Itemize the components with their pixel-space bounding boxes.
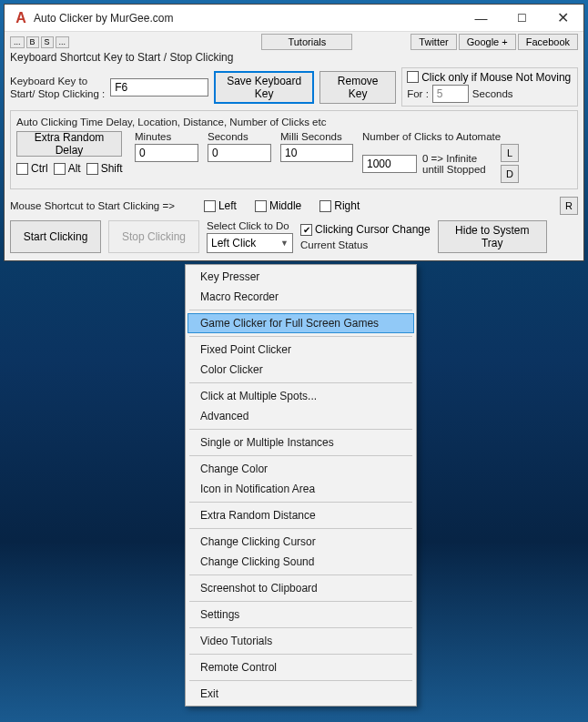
context-menu-item[interactable]: Icon in Notification Area xyxy=(188,479,414,499)
context-menu-item[interactable]: Settings xyxy=(188,605,414,625)
for-label: For : xyxy=(407,88,429,99)
context-menu-item[interactable]: Video Tutorials xyxy=(188,631,414,651)
context-menu-item[interactable]: Key Presser xyxy=(188,267,414,287)
timing-header: Auto Clicking Time Delay, Location, Dist… xyxy=(16,117,572,127)
start-clicking-button[interactable]: Start Clicking xyxy=(10,220,101,253)
menu-separator xyxy=(189,382,412,383)
menu-separator xyxy=(189,601,412,602)
context-menu-item[interactable]: Advanced xyxy=(188,406,414,426)
minutes-input[interactable] xyxy=(135,144,198,162)
shortcut-header: Keyboard Shortcut Key to Start / Stop Cl… xyxy=(10,51,578,64)
extra-random-delay-button[interactable]: Extra Random Delay xyxy=(16,131,122,157)
context-menu-item[interactable]: Change Clicking Cursor xyxy=(188,532,414,552)
menu-separator xyxy=(189,502,412,503)
context-menu-item[interactable]: Extra Random Distance xyxy=(188,505,414,525)
remove-key-button[interactable]: Remove Key xyxy=(319,71,396,104)
l-button[interactable]: L xyxy=(501,144,519,162)
hide-to-tray-button[interactable]: Hide to System Tray xyxy=(438,220,547,253)
tiny-button-1[interactable]: ... xyxy=(10,36,25,48)
shortcut-key-input[interactable] xyxy=(110,78,208,97)
ms-input[interactable] xyxy=(280,144,353,162)
titlebar: A Auto Clicker by MurGee.com — ☐ ✕ xyxy=(5,5,583,32)
context-menu-item[interactable]: Change Clicking Sound xyxy=(188,552,414,572)
menu-separator xyxy=(189,455,412,456)
context-menu-item[interactable]: Single or Multiple Instances xyxy=(188,432,414,453)
timing-group: Auto Clicking Time Delay, Location, Dist… xyxy=(10,110,578,189)
window-title: Auto Clicker by MurGee.com xyxy=(34,12,173,25)
maximize-button[interactable]: ☐ xyxy=(502,5,542,32)
ctrl-checkbox[interactable]: Ctrl xyxy=(16,162,48,175)
client-area: ... B S ... Tutorials Twitter Google + F… xyxy=(5,32,583,260)
context-menu-item[interactable]: Game Clicker for Full Screen Games xyxy=(188,313,414,333)
shortcut-label-2: Start/ Stop Clicking : xyxy=(10,87,105,100)
menu-separator xyxy=(189,575,412,575)
tiny-button-3[interactable]: S xyxy=(41,36,54,48)
menu-separator xyxy=(189,654,412,655)
click-only-if-not-moving-checkbox[interactable]: Click only if Mouse Not Moving xyxy=(407,71,573,83)
chevron-down-icon: ▼ xyxy=(280,239,289,248)
checkbox-checked-icon: ✔ xyxy=(300,224,312,236)
mouse-right-checkbox[interactable]: Right xyxy=(319,199,360,212)
r-button[interactable]: R xyxy=(560,197,578,215)
clicks-label: Number of Clicks to Automate xyxy=(362,131,572,142)
mouse-middle-checkbox[interactable]: Middle xyxy=(255,199,301,212)
context-menu-item[interactable]: Exit xyxy=(188,684,414,704)
menu-separator xyxy=(189,429,412,430)
context-menu-item[interactable]: Fixed Point Clicker xyxy=(188,340,414,360)
d-button[interactable]: D xyxy=(501,165,519,183)
select-click-label: Select Click to Do xyxy=(207,220,293,231)
shift-checkbox[interactable]: Shift xyxy=(86,162,123,175)
context-menu-item[interactable]: Screenshot to Clipboard xyxy=(188,578,414,598)
clicks-input[interactable] xyxy=(362,155,417,173)
click-type-value: Left Click xyxy=(211,237,256,249)
menu-separator xyxy=(189,627,412,628)
tutorials-button[interactable]: Tutorials xyxy=(261,34,352,50)
shortcut-label-1: Keyboard Key to xyxy=(10,75,105,87)
ms-label: Milli Seconds xyxy=(280,131,353,142)
menu-separator xyxy=(189,680,412,681)
menu-separator xyxy=(189,310,412,310)
minimize-button[interactable]: — xyxy=(461,5,502,32)
infinite-label: 0 => Infinite untill Stopped xyxy=(422,153,495,175)
app-icon: A xyxy=(12,9,30,27)
checkbox-icon xyxy=(407,71,419,83)
save-keyboard-key-button[interactable]: Save Keyboard Key xyxy=(214,71,314,104)
alt-checkbox[interactable]: Alt xyxy=(54,162,81,175)
close-button[interactable]: ✕ xyxy=(542,5,583,32)
stop-clicking-button: Stop Clicking xyxy=(108,220,199,253)
twitter-button[interactable]: Twitter xyxy=(411,34,456,50)
context-menu-item[interactable]: Color Clicker xyxy=(188,360,414,380)
facebook-button[interactable]: Facebook xyxy=(518,34,578,50)
for-seconds-input xyxy=(432,85,469,103)
menu-separator xyxy=(189,528,412,529)
minutes-label: Minutes xyxy=(135,131,198,142)
app-window: A Auto Clicker by MurGee.com — ☐ ✕ ... B… xyxy=(4,4,584,261)
context-menu-item[interactable]: Remote Control xyxy=(188,657,414,677)
seconds-input[interactable] xyxy=(208,144,271,162)
googleplus-button[interactable]: Google + xyxy=(459,34,516,50)
current-status-label: Current Status xyxy=(300,239,431,250)
mouse-left-checkbox[interactable]: Left xyxy=(204,199,237,212)
click-only-label: Click only if Mouse Not Moving xyxy=(421,72,571,83)
tiny-button-2[interactable]: B xyxy=(26,36,39,48)
context-menu: Key PresserMacro RecorderGame Clicker fo… xyxy=(185,264,417,707)
context-menu-item[interactable]: Macro Recorder xyxy=(188,287,414,307)
tiny-button-4[interactable]: ... xyxy=(56,36,70,48)
top-row: ... B S ... Tutorials Twitter Google + F… xyxy=(10,34,578,50)
mouse-shortcut-label: Mouse Shortcut to Start Clicking => xyxy=(10,200,175,211)
seconds-label: Seconds xyxy=(208,131,271,142)
context-menu-item[interactable]: Click at Multiple Spots... xyxy=(188,386,414,406)
for-seconds-label: Seconds xyxy=(472,88,513,99)
context-menu-item[interactable]: Change Color xyxy=(188,459,414,479)
cursor-change-checkbox[interactable]: ✔ Clicking Cursor Change xyxy=(300,223,431,236)
menu-separator xyxy=(189,336,412,337)
click-type-combo[interactable]: Left Click ▼ xyxy=(207,233,293,253)
